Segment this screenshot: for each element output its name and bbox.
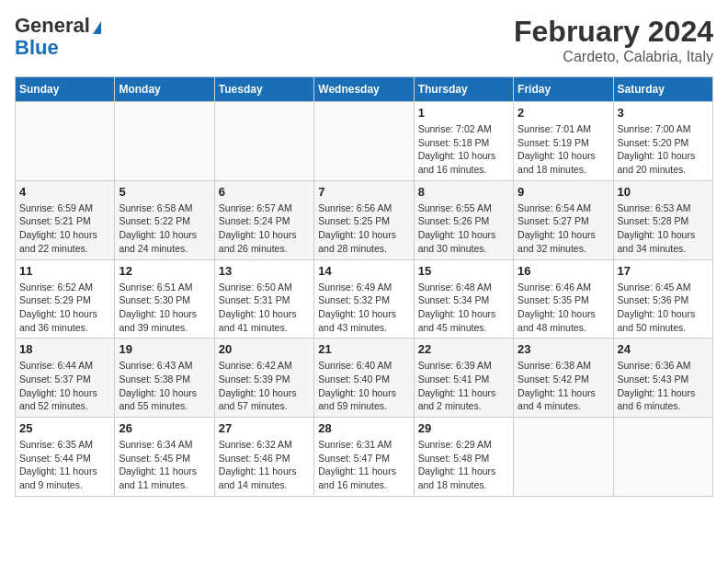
day-info: Sunrise: 6:40 AM Sunset: 5:40 PM Dayligh… xyxy=(318,359,409,413)
day-number: 5 xyxy=(119,185,210,199)
day-number: 4 xyxy=(19,185,110,199)
calendar-cell: 1Sunrise: 7:02 AM Sunset: 5:18 PM Daylig… xyxy=(414,102,513,181)
weekday-header-row: SundayMondayTuesdayWednesdayThursdayFrid… xyxy=(16,77,713,102)
day-info: Sunrise: 6:43 AM Sunset: 5:38 PM Dayligh… xyxy=(119,359,210,413)
day-info: Sunrise: 6:46 AM Sunset: 5:35 PM Dayligh… xyxy=(518,281,609,335)
calendar-cell xyxy=(214,102,313,181)
weekday-header: Monday xyxy=(115,77,214,102)
calendar-cell: 28Sunrise: 6:31 AM Sunset: 5:47 PM Dayli… xyxy=(314,418,414,497)
calendar-cell: 15Sunrise: 6:48 AM Sunset: 5:34 PM Dayli… xyxy=(414,259,513,339)
calendar-cell: 6Sunrise: 6:57 AM Sunset: 5:24 PM Daylig… xyxy=(214,180,313,259)
day-number: 11 xyxy=(19,264,110,278)
calendar-cell xyxy=(514,418,613,497)
day-number: 8 xyxy=(418,185,509,199)
day-number: 25 xyxy=(19,421,110,435)
calendar-cell: 14Sunrise: 6:49 AM Sunset: 5:32 PM Dayli… xyxy=(314,259,414,339)
weekday-header: Friday xyxy=(514,77,613,102)
calendar-cell: 29Sunrise: 6:29 AM Sunset: 5:48 PM Dayli… xyxy=(414,418,513,497)
weekday-header: Sunday xyxy=(16,77,115,102)
day-info: Sunrise: 6:36 AM Sunset: 5:43 PM Dayligh… xyxy=(618,359,709,413)
calendar-cell: 18Sunrise: 6:44 AM Sunset: 5:37 PM Dayli… xyxy=(16,339,115,418)
calendar-week-row: 18Sunrise: 6:44 AM Sunset: 5:37 PM Dayli… xyxy=(16,339,713,418)
day-info: Sunrise: 7:01 AM Sunset: 5:19 PM Dayligh… xyxy=(518,122,609,177)
calendar-cell: 24Sunrise: 6:36 AM Sunset: 5:43 PM Dayli… xyxy=(613,339,712,418)
day-info: Sunrise: 6:54 AM Sunset: 5:27 PM Dayligh… xyxy=(518,201,609,256)
page-title: February 2024 xyxy=(514,15,713,49)
day-info: Sunrise: 6:55 AM Sunset: 5:26 PM Dayligh… xyxy=(418,201,509,256)
day-info: Sunrise: 6:52 AM Sunset: 5:29 PM Dayligh… xyxy=(19,281,110,335)
day-number: 20 xyxy=(219,342,310,356)
day-info: Sunrise: 6:34 AM Sunset: 5:45 PM Dayligh… xyxy=(119,438,210,492)
day-number: 27 xyxy=(219,421,310,435)
calendar-cell: 27Sunrise: 6:32 AM Sunset: 5:46 PM Dayli… xyxy=(214,418,313,497)
logo: General Blue xyxy=(15,15,101,59)
day-info: Sunrise: 6:48 AM Sunset: 5:34 PM Dayligh… xyxy=(418,281,509,335)
day-info: Sunrise: 6:39 AM Sunset: 5:41 PM Dayligh… xyxy=(418,359,509,413)
day-number: 15 xyxy=(418,264,509,278)
day-number: 17 xyxy=(618,264,709,278)
calendar-cell: 11Sunrise: 6:52 AM Sunset: 5:29 PM Dayli… xyxy=(16,259,115,339)
day-info: Sunrise: 6:57 AM Sunset: 5:24 PM Dayligh… xyxy=(219,201,310,256)
day-info: Sunrise: 6:51 AM Sunset: 5:30 PM Dayligh… xyxy=(119,281,210,335)
weekday-header: Thursday xyxy=(414,77,513,102)
calendar-cell xyxy=(16,102,115,181)
calendar-cell: 26Sunrise: 6:34 AM Sunset: 5:45 PM Dayli… xyxy=(115,418,214,497)
day-number: 6 xyxy=(219,185,310,199)
calendar-cell: 19Sunrise: 6:43 AM Sunset: 5:38 PM Dayli… xyxy=(115,339,214,418)
day-number: 12 xyxy=(119,264,210,278)
calendar-cell: 13Sunrise: 6:50 AM Sunset: 5:31 PM Dayli… xyxy=(214,259,313,339)
calendar-cell: 4Sunrise: 6:59 AM Sunset: 5:21 PM Daylig… xyxy=(16,180,115,259)
calendar-cell: 22Sunrise: 6:39 AM Sunset: 5:41 PM Dayli… xyxy=(414,339,513,418)
calendar-cell xyxy=(314,102,414,181)
day-number: 19 xyxy=(119,342,210,356)
weekday-header: Wednesday xyxy=(314,77,414,102)
day-info: Sunrise: 6:38 AM Sunset: 5:42 PM Dayligh… xyxy=(518,359,609,413)
day-info: Sunrise: 6:35 AM Sunset: 5:44 PM Dayligh… xyxy=(19,438,110,492)
calendar-week-row: 4Sunrise: 6:59 AM Sunset: 5:21 PM Daylig… xyxy=(16,180,713,259)
calendar-cell: 12Sunrise: 6:51 AM Sunset: 5:30 PM Dayli… xyxy=(115,259,214,339)
day-info: Sunrise: 6:53 AM Sunset: 5:28 PM Dayligh… xyxy=(618,201,709,256)
day-info: Sunrise: 6:44 AM Sunset: 5:37 PM Dayligh… xyxy=(19,359,110,413)
day-number: 22 xyxy=(418,342,509,356)
day-number: 9 xyxy=(518,185,609,199)
day-info: Sunrise: 7:00 AM Sunset: 5:20 PM Dayligh… xyxy=(618,122,709,177)
calendar-week-row: 1Sunrise: 7:02 AM Sunset: 5:18 PM Daylig… xyxy=(16,102,713,181)
calendar-cell: 9Sunrise: 6:54 AM Sunset: 5:27 PM Daylig… xyxy=(514,180,613,259)
calendar-table: SundayMondayTuesdayWednesdayThursdayFrid… xyxy=(15,76,713,497)
weekday-header: Tuesday xyxy=(214,77,313,102)
day-number: 2 xyxy=(518,106,609,120)
day-info: Sunrise: 6:56 AM Sunset: 5:25 PM Dayligh… xyxy=(318,201,409,256)
calendar-cell: 8Sunrise: 6:55 AM Sunset: 5:26 PM Daylig… xyxy=(414,180,513,259)
day-info: Sunrise: 6:45 AM Sunset: 5:36 PM Dayligh… xyxy=(618,281,709,335)
day-info: Sunrise: 6:58 AM Sunset: 5:22 PM Dayligh… xyxy=(119,201,210,256)
calendar-cell: 25Sunrise: 6:35 AM Sunset: 5:44 PM Dayli… xyxy=(16,418,115,497)
logo-line1: General xyxy=(15,14,90,37)
calendar-cell: 2Sunrise: 7:01 AM Sunset: 5:19 PM Daylig… xyxy=(514,102,613,181)
day-number: 7 xyxy=(318,185,409,199)
day-number: 24 xyxy=(618,342,709,356)
day-number: 10 xyxy=(618,185,709,199)
day-info: Sunrise: 6:50 AM Sunset: 5:31 PM Dayligh… xyxy=(219,281,310,335)
day-number: 23 xyxy=(518,342,609,356)
calendar-cell xyxy=(613,418,712,497)
day-info: Sunrise: 6:42 AM Sunset: 5:39 PM Dayligh… xyxy=(219,359,310,413)
day-number: 3 xyxy=(618,106,709,120)
calendar-cell: 3Sunrise: 7:00 AM Sunset: 5:20 PM Daylig… xyxy=(613,102,712,181)
calendar-cell: 21Sunrise: 6:40 AM Sunset: 5:40 PM Dayli… xyxy=(314,339,414,418)
title-block: February 2024 Cardeto, Calabria, Italy xyxy=(514,15,713,65)
day-number: 26 xyxy=(119,421,210,435)
calendar-cell: 10Sunrise: 6:53 AM Sunset: 5:28 PM Dayli… xyxy=(613,180,712,259)
day-info: Sunrise: 6:32 AM Sunset: 5:46 PM Dayligh… xyxy=(219,438,310,492)
day-number: 29 xyxy=(418,421,509,435)
calendar-week-row: 25Sunrise: 6:35 AM Sunset: 5:44 PM Dayli… xyxy=(16,418,713,497)
day-info: Sunrise: 7:02 AM Sunset: 5:18 PM Dayligh… xyxy=(418,122,509,177)
day-number: 14 xyxy=(318,264,409,278)
day-number: 1 xyxy=(418,106,509,120)
day-info: Sunrise: 6:31 AM Sunset: 5:47 PM Dayligh… xyxy=(318,438,409,492)
calendar-cell: 17Sunrise: 6:45 AM Sunset: 5:36 PM Dayli… xyxy=(613,259,712,339)
day-info: Sunrise: 6:49 AM Sunset: 5:32 PM Dayligh… xyxy=(318,281,409,335)
page-header: General Blue February 2024 Cardeto, Cala… xyxy=(15,15,713,65)
day-number: 28 xyxy=(318,421,409,435)
day-number: 21 xyxy=(318,342,409,356)
calendar-cell: 5Sunrise: 6:58 AM Sunset: 5:22 PM Daylig… xyxy=(115,180,214,259)
